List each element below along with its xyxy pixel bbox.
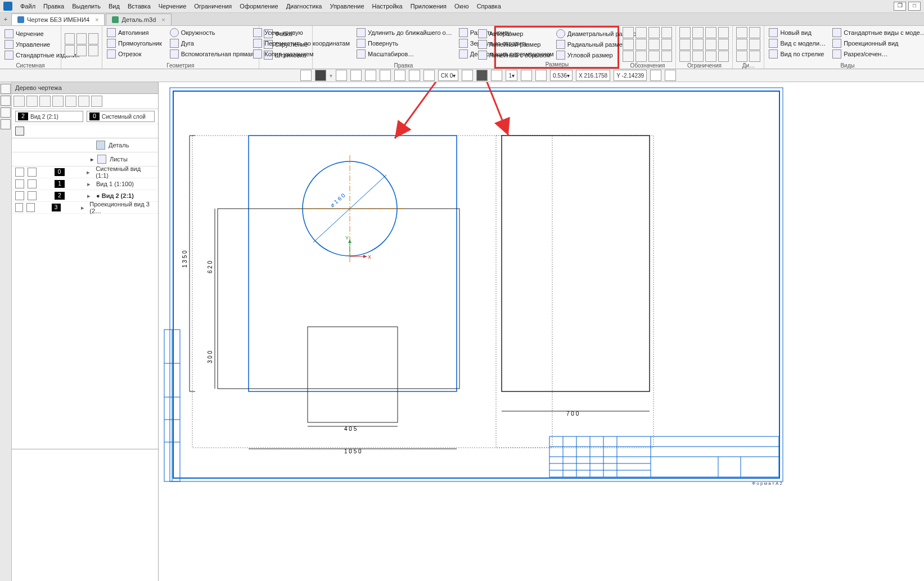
- mark-icon[interactable]: [661, 39, 673, 50]
- window-restore-icon[interactable]: ❐: [894, 2, 906, 11]
- tool1-icon[interactable]: [13, 96, 25, 107]
- snap-perp-icon[interactable]: [336, 70, 347, 81]
- d1-icon[interactable]: [736, 27, 747, 38]
- new-view-button[interactable]: Новый вид: [768, 28, 827, 38]
- eyedrop-icon[interactable]: [665, 70, 676, 81]
- linear-dimension-button[interactable]: Линейный размер: [477, 39, 552, 49]
- circle-button[interactable]: Окружность: [169, 28, 255, 38]
- lock-icon[interactable]: [28, 168, 37, 177]
- rectangle-button[interactable]: Прямоугольник: [106, 38, 163, 48]
- calc-icon[interactable]: [648, 51, 660, 62]
- close-icon[interactable]: ×: [95, 16, 98, 23]
- grid-icon[interactable]: [409, 70, 420, 81]
- text2-icon[interactable]: [623, 51, 634, 62]
- eyedrop-b-icon[interactable]: [650, 70, 661, 81]
- visibility-icon[interactable]: [15, 168, 24, 177]
- tab-part[interactable]: Деталь.m3d ×: [106, 13, 171, 25]
- menu-view[interactable]: Вид: [109, 3, 120, 10]
- params-icon[interactable]: [1, 96, 11, 106]
- weld-icon[interactable]: [623, 39, 634, 50]
- d4-icon[interactable]: [749, 39, 760, 50]
- tree-view-row[interactable]: 0 ▸ Системный вид (1:1): [12, 166, 158, 178]
- aux-line-button[interactable]: Вспомогательная прямая: [169, 49, 255, 59]
- tool3-icon[interactable]: [39, 96, 51, 107]
- snap-int-icon[interactable]: [394, 70, 405, 81]
- step-select[interactable]: 1 ▾: [506, 70, 517, 81]
- var-icon[interactable]: [1, 119, 11, 129]
- new-tab-button[interactable]: +: [0, 16, 11, 22]
- standard-parts-button[interactable]: Стандартные изделия: [3, 50, 57, 60]
- manage-mode-button[interactable]: Управление: [3, 39, 57, 49]
- c1-icon[interactable]: [679, 27, 691, 38]
- c6-icon[interactable]: [692, 39, 704, 50]
- c7-icon[interactable]: [705, 39, 716, 50]
- drawing-canvas[interactable]: ⌀ 1 6 0 X Y 1 3 5 0 6 2 0 3 0 0 4 0 5 1 …: [159, 82, 924, 581]
- tool5-icon[interactable]: [65, 96, 76, 107]
- c9-icon[interactable]: [679, 51, 691, 62]
- menu-apps[interactable]: Приложения: [411, 3, 447, 10]
- tab-drawing[interactable]: Чертеж БЕЗ ИМЕНИ4 ×: [11, 13, 105, 25]
- zoom-in-icon[interactable]: [535, 70, 547, 81]
- current-layer-select[interactable]: 0Системный слой: [87, 111, 155, 122]
- drafting-mode-button[interactable]: Черчение: [3, 29, 57, 39]
- opt2-icon[interactable]: [462, 70, 473, 81]
- rotate-button[interactable]: Повернуть: [355, 38, 453, 48]
- filter-icon[interactable]: [15, 127, 24, 136]
- opt-angle-icon[interactable]: [491, 70, 502, 81]
- visibility-icon[interactable]: [15, 179, 24, 188]
- menu-window[interactable]: Окно: [454, 3, 469, 10]
- undo-icon[interactable]: [88, 45, 98, 56]
- lock-icon[interactable]: [28, 191, 37, 200]
- ball-icon[interactable]: [661, 51, 673, 62]
- fx-icon[interactable]: [1, 107, 11, 118]
- save-icon[interactable]: [88, 33, 98, 44]
- search-input[interactable]: [28, 126, 155, 136]
- d2-icon[interactable]: [749, 27, 760, 38]
- tool2-icon[interactable]: [26, 96, 38, 107]
- c4-icon[interactable]: [718, 27, 729, 38]
- menu-select[interactable]: Выделить: [72, 3, 101, 10]
- linear-break-dimension-button[interactable]: Линейный с обрывом: [477, 50, 552, 60]
- extend-button[interactable]: Удлинить до ближайшего о…: [355, 28, 453, 38]
- new-icon[interactable]: [65, 33, 75, 44]
- table-icon[interactable]: [635, 51, 647, 62]
- datum-icon[interactable]: [648, 27, 660, 38]
- tool7-icon[interactable]: [91, 96, 102, 107]
- menu-design[interactable]: Оформление: [240, 3, 278, 10]
- menu-settings[interactable]: Настройка: [372, 3, 403, 10]
- c10-icon[interactable]: [692, 51, 704, 62]
- leader-icon[interactable]: [623, 27, 634, 38]
- c12-icon[interactable]: [718, 51, 729, 62]
- d3-icon[interactable]: [736, 39, 747, 50]
- move-coord-button[interactable]: Переместить по координатам: [252, 38, 351, 48]
- text-icon[interactable]: [635, 27, 647, 38]
- tree-view-row[interactable]: 1 ▸ Вид 1 (1:100): [12, 178, 158, 190]
- scale-button[interactable]: Масштабиров…: [355, 49, 453, 59]
- visibility-icon[interactable]: [15, 203, 23, 212]
- tree-icon[interactable]: [1, 84, 11, 94]
- auto-dimension-button[interactable]: Авторазмер: [477, 29, 552, 39]
- lock-icon[interactable]: [28, 179, 37, 188]
- opt-icon[interactable]: [315, 70, 326, 81]
- c2-icon[interactable]: [692, 27, 704, 38]
- tool4-icon[interactable]: [52, 96, 64, 107]
- lock-icon[interactable]: [26, 203, 34, 212]
- snap-tan-icon[interactable]: [350, 70, 362, 81]
- section-button[interactable]: Разрез/сечен…: [831, 49, 924, 59]
- rough-icon[interactable]: [661, 27, 673, 38]
- d6-icon[interactable]: [749, 51, 760, 62]
- c5-icon[interactable]: [679, 39, 691, 50]
- copy-button[interactable]: Копия указанием: [252, 49, 351, 59]
- opt-icon[interactable]: [300, 70, 312, 81]
- tree-view-row[interactable]: 2 ▸ ● Вид 2 (2:1): [12, 190, 158, 202]
- arrow-view-button[interactable]: Вид по стрелке: [768, 49, 827, 59]
- zoom-out-icon[interactable]: [521, 70, 532, 81]
- d5-icon[interactable]: [736, 51, 747, 62]
- menu-file[interactable]: Файл: [20, 3, 35, 10]
- current-view-select[interactable]: 2Вид 2 (2:1): [15, 111, 83, 122]
- snap-mid-icon[interactable]: [380, 70, 391, 81]
- c11-icon[interactable]: [705, 51, 716, 62]
- menu-edit[interactable]: Правка: [43, 3, 64, 10]
- coord-system-select[interactable]: СК 0 ▾: [438, 70, 458, 81]
- base-icon[interactable]: [635, 39, 647, 50]
